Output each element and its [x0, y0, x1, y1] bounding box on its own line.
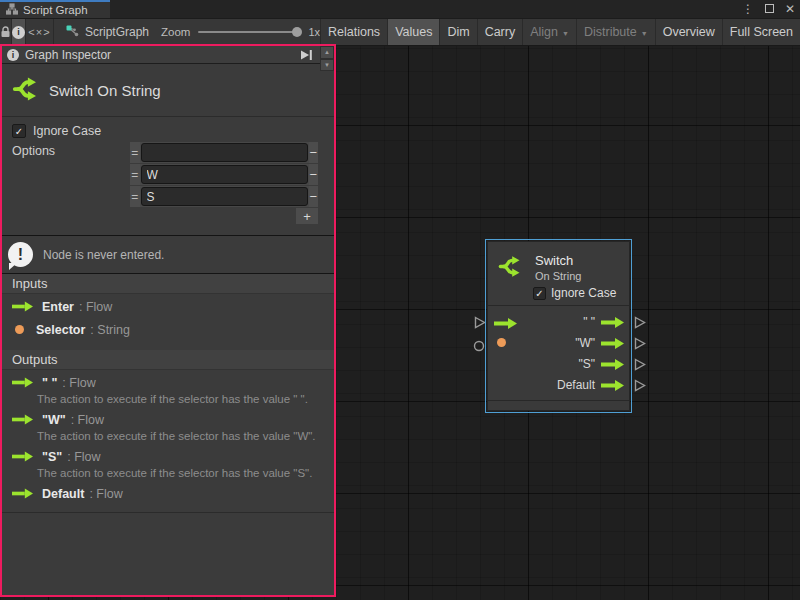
switch-on-string-node[interactable]: Switch On String ✓ Ignore Case " " "W" [487, 241, 630, 411]
dock-right-icon [300, 49, 313, 61]
distribute-dropdown[interactable]: Distribute ▼ [576, 19, 655, 45]
inspector-header-title: Graph Inspector [25, 48, 111, 62]
graph-breadcrumb[interactable]: ScriptGraph [54, 19, 149, 45]
option-input[interactable] [141, 165, 308, 184]
checkbox-check-icon[interactable]: ✓ [12, 124, 26, 138]
flow-arrow-icon [601, 380, 624, 391]
inspector-title: Switch On String [49, 82, 161, 99]
node-output-port-row[interactable]: "S" [488, 354, 629, 374]
warning-icon: ! [8, 242, 33, 267]
value-port-icon [15, 325, 24, 334]
lock-button[interactable] [0, 19, 12, 45]
node-header[interactable]: Switch On String ✓ Ignore Case [488, 242, 629, 306]
zoom-label: Zoom [161, 26, 190, 38]
values-button[interactable]: Values [387, 19, 439, 45]
lock-icon [0, 26, 11, 38]
output-description: The action to execute if the selector ha… [2, 467, 334, 481]
output-description: The action to execute if the selector ha… [2, 393, 334, 407]
drag-handle-icon[interactable]: = [130, 164, 140, 185]
flow-arrow-icon [12, 451, 33, 462]
graph-name-label: ScriptGraph [85, 25, 149, 39]
node-subtitle: On String [535, 270, 581, 282]
inspector-toggle-button[interactable]: i [12, 19, 26, 45]
inspector-title-block: Switch On String [2, 64, 334, 117]
full-screen-button[interactable]: Full Screen [722, 19, 800, 45]
warning-text: Node is never entered. [43, 248, 164, 262]
flow-output-connector[interactable] [634, 336, 646, 354]
flow-arrow-icon [12, 377, 33, 388]
section-divider [2, 512, 334, 513]
node-title: Switch [535, 253, 573, 268]
node-ignore-case-checkbox[interactable]: ✓ Ignore Case [533, 286, 616, 300]
option-input[interactable] [141, 143, 308, 162]
ignore-case-label: Ignore Case [33, 124, 101, 138]
remove-option-button[interactable]: − [309, 186, 319, 207]
chevron-down-icon: ▼ [562, 30, 569, 37]
tab-bar: Script Graph ⋮ ✕ [0, 0, 800, 18]
port-label: "S" [578, 357, 595, 371]
output-item: " " : Flow [2, 372, 334, 393]
checkbox-check-icon[interactable]: ✓ [533, 287, 546, 300]
script-graph-icon [66, 25, 79, 40]
option-row: = − [130, 186, 318, 207]
node-footer [488, 400, 629, 410]
port-label: " " [583, 315, 595, 329]
code-view-button[interactable]: <×> [26, 19, 54, 45]
carry-button[interactable]: Carry [477, 19, 523, 45]
window-menu-icon[interactable]: ⋮ [742, 0, 754, 18]
scroll-up-icon[interactable]: ▲ [321, 47, 333, 58]
flow-output-connector[interactable] [634, 357, 646, 375]
align-dropdown[interactable]: Align ▼ [522, 19, 576, 45]
node-output-port-row[interactable]: Default [488, 375, 629, 395]
drag-handle-icon[interactable]: = [130, 186, 140, 207]
info-icon: i [12, 26, 25, 39]
input-item: Enter : Flow [2, 296, 334, 317]
output-item: Default : Flow [2, 483, 334, 504]
toolbar-buttons: Relations Values Dim Carry Align ▼ Distr… [320, 19, 800, 45]
zoom-control: Zoom 1x [149, 19, 320, 45]
info-icon: i [7, 49, 19, 61]
graph-window-icon [6, 3, 18, 17]
value-input-connector[interactable] [473, 338, 485, 356]
option-input[interactable] [141, 187, 308, 206]
node-output-port-row[interactable]: " " [488, 312, 629, 332]
zoom-slider[interactable] [198, 31, 298, 33]
flow-arrow-icon [12, 488, 33, 499]
options-label: Options [12, 144, 55, 158]
graph-inspector-panel: i Graph Inspector ▲ ▼ [0, 44, 336, 597]
node-output-port-row[interactable]: "W" [488, 333, 629, 353]
code-icon: <×> [28, 26, 50, 38]
dock-panel-button[interactable] [297, 47, 316, 63]
tab-script-graph[interactable]: Script Graph [0, 0, 110, 18]
switch-icon [497, 253, 524, 284]
chevron-down-icon: ▼ [641, 30, 648, 37]
output-description: The action to execute if the selector ha… [2, 430, 334, 444]
outputs-header: Outputs [2, 350, 334, 370]
flow-arrow-icon [601, 317, 624, 328]
drag-handle-icon[interactable]: = [130, 142, 140, 163]
node-ignore-case-label: Ignore Case [551, 286, 616, 300]
option-row: = − [130, 142, 318, 163]
window-maximize-icon[interactable] [765, 0, 774, 18]
window-close-icon[interactable]: ✕ [785, 0, 795, 18]
relations-button[interactable]: Relations [320, 19, 387, 45]
remove-option-button[interactable]: − [309, 142, 319, 163]
remove-option-button[interactable]: − [309, 164, 319, 185]
window-controls: ⋮ ✕ [742, 0, 795, 18]
inspector-controls: ✓ Ignore Case Options = − = − = − [2, 117, 334, 235]
warning-banner: ! Node is never entered. [2, 235, 334, 274]
zoom-slider-knob[interactable] [292, 27, 302, 37]
inspector-header: i Graph Inspector ▲ ▼ [2, 46, 334, 64]
flow-arrow-icon [601, 359, 624, 370]
flow-output-connector[interactable] [634, 378, 646, 396]
script-graph-window: Script Graph ⋮ ✕ i <×> [0, 0, 800, 600]
add-option-button[interactable]: + [296, 208, 318, 224]
zoom-value: 1x [308, 26, 320, 38]
ignore-case-checkbox[interactable]: ✓ Ignore Case [12, 124, 101, 138]
overview-button[interactable]: Overview [655, 19, 722, 45]
inputs-header: Inputs [2, 274, 334, 294]
port-label: Default [557, 378, 595, 392]
dim-button[interactable]: Dim [439, 19, 476, 45]
flow-output-connector[interactable] [634, 315, 646, 333]
flow-input-connector[interactable] [474, 315, 486, 333]
